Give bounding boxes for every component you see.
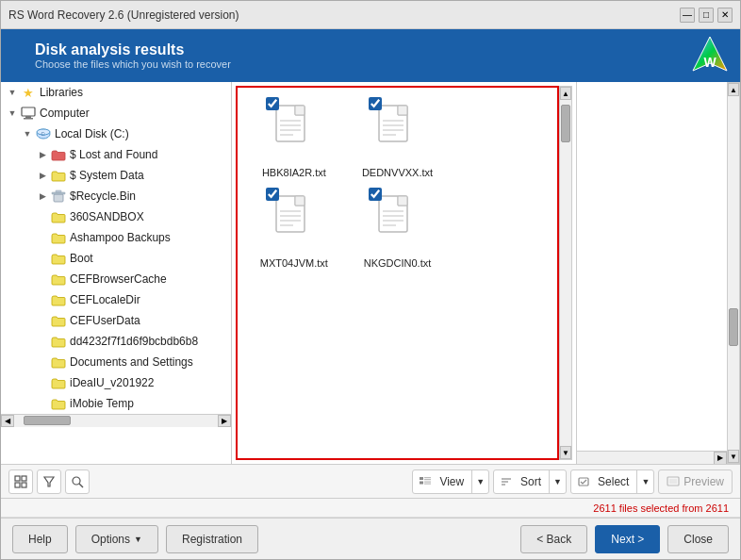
file-item: HBK8IA2R.txt bbox=[247, 97, 341, 178]
sidebar-item-docs-settings[interactable]: ▶ Documents and Settings bbox=[1, 352, 231, 372]
view-dropdown-arrow[interactable]: ▼ bbox=[471, 470, 488, 493]
detail-content bbox=[577, 82, 727, 451]
sidebar-item-imobie[interactable]: ▶ iMobie Temp bbox=[1, 393, 231, 414]
status-bar: 2611 files selected from 2611 bbox=[1, 499, 740, 518]
tree-hscrollbar[interactable]: ◀ ▶ bbox=[1, 414, 231, 427]
minimize-button[interactable]: — bbox=[680, 8, 695, 23]
next-button[interactable]: Next > bbox=[595, 525, 660, 553]
detail-hscroll[interactable]: ▶ bbox=[577, 451, 727, 464]
hscroll-track[interactable] bbox=[14, 415, 218, 427]
sidebar-item-label-360sandbox: 360SANDBOX bbox=[70, 210, 144, 223]
sidebar-item-label-local-disk: Local Disk (C:) bbox=[55, 127, 129, 140]
sidebar-item-label-lost-found: $ Lost and Found bbox=[70, 148, 157, 161]
svg-rect-57 bbox=[669, 479, 677, 484]
view-button[interactable]: View ▼ bbox=[412, 469, 489, 494]
toggle-libraries[interactable]: ▼ bbox=[5, 88, 20, 97]
title-bar: RS Word Recovery 2.6 (Unregistered versi… bbox=[1, 1, 740, 29]
svg-text:C:: C: bbox=[41, 131, 46, 137]
select-dropdown-arrow[interactable]: ▼ bbox=[636, 470, 653, 493]
toggle-system-data[interactable]: ▶ bbox=[35, 171, 50, 180]
sort-dropdown-arrow[interactable]: ▼ bbox=[549, 470, 566, 493]
footer: Help Options ▼ Registration < Back Next … bbox=[1, 518, 740, 559]
svg-rect-34 bbox=[398, 196, 407, 206]
detail-vscrollbar[interactable]: ▲ ▼ bbox=[727, 82, 740, 464]
header-title: Disk analysis results bbox=[35, 41, 231, 58]
folder-icon-cef-locale bbox=[50, 292, 67, 307]
detail-scroll-arrow[interactable]: ▶ bbox=[714, 452, 727, 465]
detail-vscroll-down[interactable]: ▼ bbox=[728, 450, 739, 463]
folder-icon-360 bbox=[50, 209, 67, 224]
sidebar-item-local-disk[interactable]: ▼ C: Local Disk (C:) bbox=[1, 124, 231, 144]
sidebar-item-360sandbox[interactable]: ▶ 360SANDBOX bbox=[1, 206, 231, 227]
file-icon-wrapper bbox=[369, 188, 425, 254]
hscroll-left-arrow[interactable]: ◀ bbox=[1, 415, 14, 427]
sidebar-item-dd4232[interactable]: ▶ dd4232f7f1d6f9bcbdb6b8 bbox=[1, 331, 231, 352]
file-checkbox-2[interactable] bbox=[266, 188, 279, 201]
folder-icon-cef-browser bbox=[50, 272, 67, 287]
preview-button[interactable]: Preview bbox=[658, 469, 733, 494]
file-checkbox-1[interactable] bbox=[369, 97, 382, 110]
main-window: RS Word Recovery 2.6 (Unregistered versi… bbox=[0, 0, 741, 560]
sidebar-item-computer[interactable]: ▼ Computer bbox=[1, 103, 231, 124]
filter-button[interactable] bbox=[37, 469, 61, 494]
detail-vscroll-track[interactable] bbox=[728, 96, 739, 450]
vscroll-thumb[interactable] bbox=[561, 105, 570, 142]
sidebar-item-label-cef-locale: CEFLocaleDir bbox=[70, 293, 140, 306]
toggle-recycle-bin[interactable]: ▶ bbox=[35, 191, 50, 201]
file-name-3: NKGDCIN0.txt bbox=[364, 257, 432, 269]
back-button[interactable]: < Back bbox=[520, 525, 587, 553]
options-label: Options bbox=[91, 533, 130, 546]
vscroll-down-arrow[interactable]: ▼ bbox=[560, 446, 571, 459]
hscroll-thumb[interactable] bbox=[24, 416, 71, 425]
svg-rect-9 bbox=[52, 192, 65, 194]
hscroll-right-arrow[interactable]: ▶ bbox=[218, 415, 231, 427]
header-subtitle: Choose the files which you wish to recov… bbox=[35, 58, 231, 70]
recycle-icon bbox=[50, 189, 67, 204]
folder-icon-cef-user bbox=[50, 313, 67, 328]
sidebar-item-ideaiu[interactable]: ▶ iDeaIU_v201922 bbox=[1, 372, 231, 393]
toggle-lost-found[interactable]: ▶ bbox=[35, 150, 50, 159]
close-label: Close bbox=[683, 533, 713, 546]
close-button[interactable]: Close bbox=[667, 525, 729, 553]
file-vscrollbar[interactable]: ▲ ▼ bbox=[559, 86, 572, 460]
grid-view-button[interactable] bbox=[8, 469, 33, 494]
svg-rect-50 bbox=[424, 481, 431, 482]
app-logo: W bbox=[689, 35, 731, 76]
file-item: NKGDCIN0.txt bbox=[351, 188, 445, 269]
sidebar-item-cef-browser[interactable]: ▶ CEFBrowserCache bbox=[1, 269, 231, 289]
sidebar-item-lost-found[interactable]: ▶ $ Lost and Found bbox=[1, 144, 231, 165]
sidebar-item-cef-locale[interactable]: ▶ CEFLocaleDir bbox=[1, 289, 231, 310]
svg-rect-8 bbox=[54, 194, 63, 202]
file-checkbox-3[interactable] bbox=[369, 188, 382, 201]
options-dropdown-arrow: ▼ bbox=[134, 535, 142, 544]
sidebar-item-boot[interactable]: ▶ Boot bbox=[1, 248, 231, 269]
file-name-0: HBK8IA2R.txt bbox=[262, 167, 326, 178]
svg-rect-48 bbox=[424, 477, 431, 478]
detail-vscroll-up[interactable]: ▲ bbox=[728, 83, 739, 96]
sidebar-item-label-ashampoo: Ashampoo Backups bbox=[70, 231, 171, 244]
file-checkbox-0[interactable] bbox=[266, 97, 279, 110]
sidebar-item-ashampoo[interactable]: ▶ Ashampoo Backups bbox=[1, 227, 231, 248]
sort-button[interactable]: Sort ▼ bbox=[493, 469, 567, 494]
toggle-local-disk[interactable]: ▼ bbox=[20, 129, 35, 139]
search-button[interactable] bbox=[65, 469, 90, 494]
toggle-computer[interactable]: ▼ bbox=[5, 108, 20, 118]
select-button[interactable]: Select ▼ bbox=[570, 469, 654, 494]
registration-button[interactable]: Registration bbox=[166, 525, 258, 553]
right-main: HBK8IA2R.txt bbox=[232, 82, 740, 464]
help-button[interactable]: Help bbox=[12, 525, 68, 553]
vscroll-up-arrow[interactable]: ▲ bbox=[560, 87, 571, 100]
options-button[interactable]: Options ▼ bbox=[75, 525, 158, 553]
svg-rect-49 bbox=[424, 479, 431, 480]
sidebar-item-label-dd4232: dd4232f7f1d6f9bcbdb6b8 bbox=[70, 335, 198, 348]
sidebar-item-recycle-bin[interactable]: ▶ $Recycle.Bin bbox=[1, 186, 231, 206]
svg-rect-55 bbox=[579, 478, 588, 486]
maximize-button[interactable]: □ bbox=[699, 8, 714, 23]
sidebar-item-system-data[interactable]: ▶ $ System Data bbox=[1, 165, 231, 186]
sidebar-item-libraries[interactable]: ▼ ★ Libraries bbox=[1, 82, 231, 103]
close-button[interactable]: ✕ bbox=[717, 8, 733, 23]
svg-line-45 bbox=[79, 484, 83, 487]
vscroll-track[interactable] bbox=[560, 100, 571, 446]
sidebar-item-cef-user[interactable]: ▶ CEFUserData bbox=[1, 310, 231, 331]
detail-vscroll-thumb[interactable] bbox=[729, 308, 738, 346]
